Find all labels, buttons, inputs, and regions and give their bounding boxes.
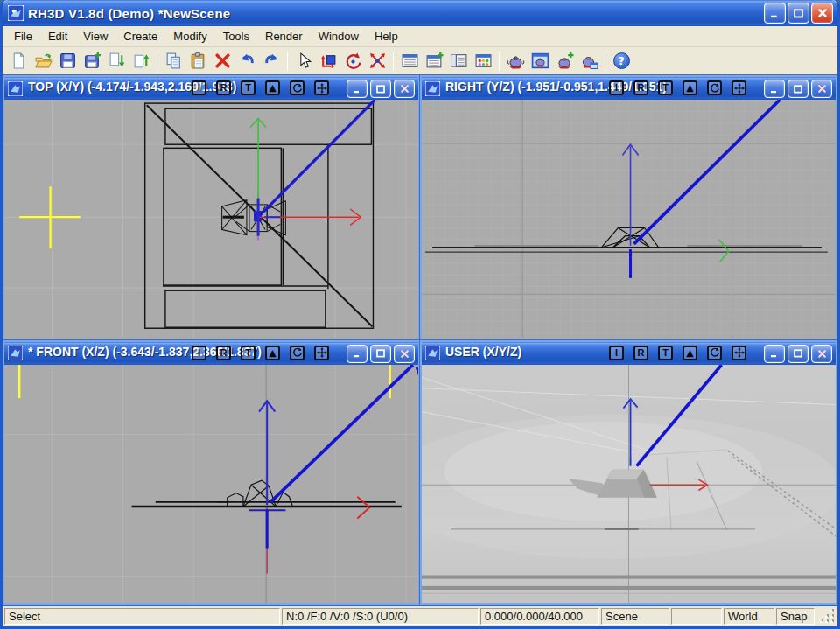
viewport-user-canvas[interactable] <box>422 365 836 604</box>
object-add-button[interactable] <box>422 49 446 73</box>
status-snap[interactable]: Snap <box>776 608 815 625</box>
menu-file[interactable]: File <box>6 27 40 45</box>
menu-tools[interactable]: Tools <box>215 27 257 45</box>
vp-button-t[interactable]: T <box>658 346 673 360</box>
vp-button-r[interactable]: R <box>634 346 648 360</box>
vp-button-pan-icon[interactable] <box>314 346 329 360</box>
vp-button-r[interactable]: R <box>216 346 231 360</box>
toolbar-separator <box>287 52 288 71</box>
vp-button-i[interactable]: I <box>609 346 624 360</box>
fog-highlight <box>444 422 762 521</box>
select-tool-button[interactable] <box>291 49 316 73</box>
material-editor-button[interactable] <box>471 49 495 73</box>
vp-button-triangle[interactable]: ▲ <box>682 80 697 95</box>
vp-button-rotate-icon[interactable] <box>290 346 304 360</box>
vp-close-button[interactable] <box>394 80 415 98</box>
status-counts: N:0 /F:0 /V:0 /S:0 (U0/0) <box>282 608 479 625</box>
resize-grip[interactable] <box>816 608 836 625</box>
toolbar-separator <box>605 52 606 71</box>
vp-minimize-button[interactable] <box>764 80 785 98</box>
vp-button-t[interactable]: T <box>241 346 256 360</box>
viewport-top: TOP (X/Y) (-4.174/-1.943,2.169/1.943) I … <box>3 75 420 340</box>
menu-help[interactable]: Help <box>367 27 406 45</box>
menu-create[interactable]: Create <box>116 27 165 45</box>
viewport-front-canvas[interactable] <box>4 365 418 604</box>
minimize-button[interactable] <box>764 3 786 24</box>
status-scene[interactable]: Scene <box>601 608 669 625</box>
open-scene-button[interactable] <box>31 49 55 73</box>
export-file-button[interactable] <box>129 49 153 73</box>
vp-minimize-button[interactable] <box>346 80 368 98</box>
redo-button[interactable] <box>259 49 284 73</box>
vp-button-pan-icon[interactable] <box>732 80 746 95</box>
move-tool-button[interactable] <box>316 49 340 73</box>
viewport-icon <box>425 346 440 360</box>
window-title: RH3D V1.8d (Demo) *NewScene <box>28 6 759 21</box>
vp-button-triangle[interactable]: ▲ <box>682 346 697 360</box>
vp-button-i[interactable]: I <box>609 80 624 95</box>
render-scene-button[interactable] <box>503 49 528 73</box>
menu-modify[interactable]: Modify <box>165 27 214 45</box>
vp-button-t[interactable]: T <box>658 80 673 95</box>
menu-window[interactable]: Window <box>311 27 367 45</box>
close-button[interactable] <box>811 3 833 24</box>
status-world[interactable]: World <box>724 608 774 625</box>
menu-render[interactable]: Render <box>257 27 311 45</box>
vp-button-pan-icon[interactable] <box>732 346 746 360</box>
vp-button-pan-icon[interactable] <box>314 80 329 95</box>
viewport-top-titlebar[interactable]: TOP (X/Y) (-4.174/-1.943,2.169/1.943) I … <box>4 77 418 100</box>
vp-button-triangle[interactable]: ▲ <box>265 80 280 95</box>
vp-button-rotate-icon[interactable] <box>290 80 304 95</box>
app-window: RH3D V1.8d (Demo) *NewScene File Edit Vi… <box>0 0 840 629</box>
viewport-user: USER (X/Y/Z) I R T ▲ <box>420 340 837 605</box>
viewport-icon <box>8 346 23 360</box>
vp-button-i[interactable]: I <box>192 346 206 360</box>
scale-tool-button[interactable] <box>365 49 389 73</box>
render-add-button[interactable] <box>552 49 577 73</box>
vp-button-rotate-icon[interactable] <box>707 80 722 95</box>
delete-button[interactable] <box>210 49 234 73</box>
status-extra <box>671 608 722 625</box>
viewport-right-titlebar[interactable]: RIGHT (Y/Z) (-1.951/-0.951,1.449/1.051) … <box>422 77 836 100</box>
undo-button[interactable] <box>234 49 259 73</box>
vp-maximize-button[interactable] <box>370 345 391 363</box>
rotate-tool-button[interactable] <box>340 49 365 73</box>
title-bar[interactable]: RH3D V1.8d (Demo) *NewScene <box>3 0 837 26</box>
vp-button-triangle[interactable]: ▲ <box>265 346 280 360</box>
vp-maximize-button[interactable] <box>370 80 391 98</box>
import-file-button[interactable] <box>104 49 129 73</box>
vp-button-r[interactable]: R <box>634 80 648 95</box>
vp-button-rotate-icon[interactable] <box>707 346 722 360</box>
object-properties-button[interactable] <box>446 49 471 73</box>
vp-close-button[interactable] <box>811 80 832 98</box>
menu-view[interactable]: View <box>75 27 116 45</box>
vp-button-r[interactable]: R <box>216 80 231 95</box>
vp-maximize-button[interactable] <box>788 345 808 363</box>
help-button[interactable]: ? <box>609 49 634 73</box>
vp-button-t[interactable]: T <box>241 80 256 95</box>
viewport-right-canvas[interactable] <box>422 100 836 339</box>
menu-edit[interactable]: Edit <box>40 27 75 45</box>
viewport-top-canvas[interactable] <box>4 100 418 339</box>
paste-button[interactable] <box>186 49 210 73</box>
help-icon: ? <box>613 52 630 69</box>
vp-button-i[interactable]: I <box>192 80 206 95</box>
render-view-button[interactable] <box>528 49 552 73</box>
vp-maximize-button[interactable] <box>788 80 808 98</box>
status-mode: Select <box>4 608 280 625</box>
copy-button[interactable] <box>161 49 186 73</box>
object-list-button[interactable] <box>397 49 422 73</box>
vp-close-button[interactable] <box>394 345 415 363</box>
viewport-front-titlebar[interactable]: * FRONT (X/Z) (-3.643/-1.837,2.366/1.837… <box>4 342 418 365</box>
new-scene-button[interactable] <box>6 49 31 73</box>
vp-minimize-button[interactable] <box>346 345 368 363</box>
viewport-user-titlebar[interactable]: USER (X/Y/Z) I R T ▲ <box>422 342 836 365</box>
render-settings-button[interactable] <box>577 49 601 73</box>
maximize-button[interactable] <box>788 3 809 24</box>
app-icon <box>8 5 24 21</box>
vp-minimize-button[interactable] <box>764 345 785 363</box>
save-scene-as-button[interactable] <box>80 49 104 73</box>
save-scene-button[interactable] <box>55 49 80 73</box>
vp-close-button[interactable] <box>811 345 832 363</box>
viewport-icon <box>425 81 440 96</box>
